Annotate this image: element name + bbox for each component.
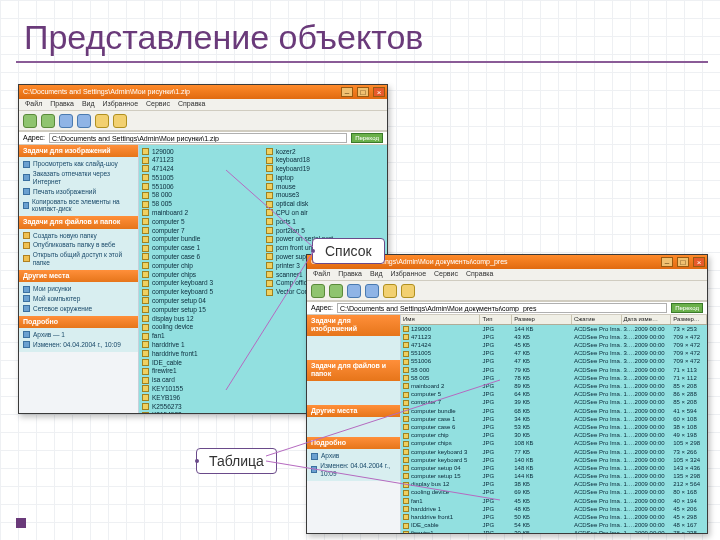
list-item[interactable]: computer keyboard 5: [142, 288, 260, 297]
list-item[interactable]: computer case 1: [142, 244, 260, 253]
panel-item[interactable]: Просмотреть как слайд-шоу: [23, 159, 134, 169]
col-name[interactable]: Имя: [401, 315, 480, 324]
toolbar[interactable]: [19, 111, 387, 131]
fwd-icon[interactable]: [41, 114, 55, 128]
search-icon[interactable]: [365, 284, 379, 298]
table-row[interactable]: 551006JPG47 КБACDSee Pro Ima…3.…2009 00:…: [401, 358, 707, 366]
views-icon[interactable]: [401, 284, 415, 298]
menu-fav[interactable]: Избранное: [391, 270, 426, 278]
tasks-panel-head[interactable]: Задачи для изображений: [19, 145, 138, 157]
list-item[interactable]: keyboard19: [266, 165, 384, 174]
panel-item[interactable]: Заказать отпечатки через Интернет: [23, 169, 134, 187]
menu-help[interactable]: Справка: [178, 100, 205, 108]
list-item[interactable]: 58 005: [142, 200, 260, 209]
panel-item[interactable]: Опубликовать папку в вебе: [23, 240, 134, 250]
table-row[interactable]: IDE_cableJPG54 КБACDSee Pro Ima…1.…2009 …: [401, 522, 707, 530]
places-panel-head[interactable]: Другие места: [307, 405, 400, 417]
table-row[interactable]: computer setup 15JPG144 КБACDSee Pro Ima…: [401, 473, 707, 481]
menu-tools[interactable]: Сервис: [146, 100, 170, 108]
back-icon[interactable]: [23, 114, 37, 128]
search-icon[interactable]: [77, 114, 91, 128]
list-item[interactable]: computer case 6: [142, 253, 260, 262]
table-row[interactable]: computer chipJPG30 КБACDSee Pro Ima…1.…2…: [401, 432, 707, 440]
table-row[interactable]: harddrive 1JPG48 КБACDSee Pro Ima…1.…200…: [401, 505, 707, 513]
table-row[interactable]: computer setup 04JPG148 КБACDSee Pro Ima…: [401, 464, 707, 472]
menu-bar[interactable]: Файл Правка Вид Избранное Сервис Справка: [307, 269, 707, 281]
menu-fav[interactable]: Избранное: [103, 100, 138, 108]
close-button[interactable]: ×: [693, 257, 705, 267]
table-row[interactable]: display bus 12JPG38 КБACDSee Pro Ima…1.……: [401, 481, 707, 489]
table-header[interactable]: Имя Тип Размер Сжатие Дата изме… Размер…: [401, 315, 707, 325]
file-table-area[interactable]: Имя Тип Размер Сжатие Дата изме… Размер……: [401, 315, 707, 533]
panel-item[interactable]: Открыть общий доступ к этой папке: [23, 250, 134, 268]
menu-edit[interactable]: Правка: [338, 270, 362, 278]
list-item[interactable]: CPU on air: [266, 209, 384, 218]
col-compress[interactable]: Сжатие: [572, 315, 622, 324]
list-item[interactable]: firewire1: [142, 367, 260, 376]
col-type[interactable]: Тип: [480, 315, 512, 324]
close-button[interactable]: ×: [373, 87, 385, 97]
list-item[interactable]: kozer2: [266, 147, 384, 156]
table-row[interactable]: firewire1JPG30 КБACDSee Pro Ima…1.…2009 …: [401, 530, 707, 533]
list-item[interactable]: isa card: [142, 376, 260, 385]
table-row[interactable]: 471424JPG45 КБACDSee Pro Ima…3.…2009 00:…: [401, 342, 707, 350]
address-input[interactable]: [337, 303, 667, 313]
back-icon[interactable]: [311, 284, 325, 298]
col-dim[interactable]: Размер…: [671, 315, 707, 324]
list-item[interactable]: computer chips: [142, 270, 260, 279]
maximize-button[interactable]: □: [677, 257, 689, 267]
panel-item[interactable]: Копировать все элементы на компакт-диск: [23, 197, 134, 215]
list-item[interactable]: KEY10155: [142, 385, 260, 394]
go-button[interactable]: Переход: [351, 133, 383, 143]
list-item[interactable]: fan1: [142, 332, 260, 341]
list-item[interactable]: computer setup 15: [142, 305, 260, 314]
views-icon[interactable]: [113, 114, 127, 128]
folders-icon[interactable]: [383, 284, 397, 298]
tasks-panel-head[interactable]: Задачи для изображений: [307, 315, 400, 336]
table-row[interactable]: 58 000JPG79 КБACDSee Pro Ima…3.…2009 00:…: [401, 366, 707, 374]
table-row[interactable]: mainboard 2JPG89 КБACDSee Pro Ima…1.…200…: [401, 383, 707, 391]
col-date[interactable]: Дата изме…: [622, 315, 672, 324]
panel-item[interactable]: Изменен: 04.04.2004 г., 10:09: [311, 461, 396, 479]
menu-file[interactable]: Файл: [313, 270, 330, 278]
titlebar[interactable]: C:\Documents and Settings\Admin\Мои рису…: [19, 85, 387, 99]
list-item[interactable]: computer bundle: [142, 235, 260, 244]
table-row[interactable]: computer chipsJPG108 КБACDSee Pro Ima…1.…: [401, 440, 707, 448]
table-row[interactable]: fan1JPG45 КБACDSee Pro Ima…1.…2009 00:00…: [401, 497, 707, 505]
table-row[interactable]: computer bundleJPG68 КБACDSee Pro Ima…1.…: [401, 407, 707, 415]
go-button[interactable]: Переход: [671, 303, 703, 313]
list-item[interactable]: cooling device: [142, 323, 260, 332]
list-item[interactable]: optical disk: [266, 200, 384, 209]
col-size[interactable]: Размер: [512, 315, 572, 324]
minimize-button[interactable]: –: [661, 257, 673, 267]
list-item[interactable]: keyboard18: [266, 156, 384, 165]
panel-item[interactable]: Изменен: 04.04.2004 г., 10:09: [23, 340, 134, 350]
list-item[interactable]: 471424: [142, 165, 260, 174]
folders-icon[interactable]: [95, 114, 109, 128]
list-item[interactable]: mouse: [266, 182, 384, 191]
panel-item[interactable]: Мой компьютер: [23, 294, 134, 304]
list-item[interactable]: K2556273: [142, 402, 260, 411]
details-panel-head[interactable]: Подробно: [307, 437, 400, 449]
table-row[interactable]: computer keyboard 3JPG77 КБACDSee Pro Im…: [401, 448, 707, 456]
maximize-button[interactable]: □: [357, 87, 369, 97]
list-item[interactable]: 551005: [142, 173, 260, 182]
list-item[interactable]: computer chip: [142, 261, 260, 270]
list-item[interactable]: port2lan 5: [266, 226, 384, 235]
table-row[interactable]: 58 005JPG78 КБACDSee Pro Ima…3.…2009 00:…: [401, 374, 707, 382]
list-item[interactable]: mainboard 2: [142, 209, 260, 218]
menu-file[interactable]: Файл: [25, 100, 42, 108]
list-item[interactable]: harddrive front1: [142, 349, 260, 358]
minimize-button[interactable]: –: [341, 87, 353, 97]
toolbar[interactable]: [307, 281, 707, 301]
list-item[interactable]: computer 7: [142, 226, 260, 235]
menu-tools[interactable]: Сервис: [434, 270, 458, 278]
table-row[interactable]: computer keyboard 5JPG140 КБACDSee Pro I…: [401, 456, 707, 464]
list-item[interactable]: laptop: [266, 173, 384, 182]
table-row[interactable]: computer case 1JPG34 КБACDSee Pro Ima…1.…: [401, 415, 707, 423]
places-panel-head[interactable]: Другие места: [19, 270, 138, 282]
menu-bar[interactable]: Файл Правка Вид Избранное Сервис Справка: [19, 99, 387, 111]
table-row[interactable]: computer 7JPG39 КБACDSee Pro Ima…1.…2009…: [401, 399, 707, 407]
menu-edit[interactable]: Правка: [50, 100, 74, 108]
panel-item[interactable]: Создать новую папку: [23, 231, 134, 241]
